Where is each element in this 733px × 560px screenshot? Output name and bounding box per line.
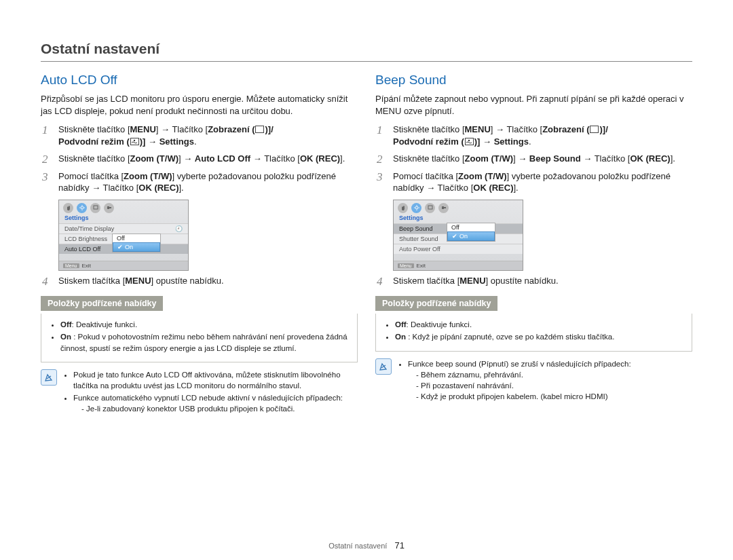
underwater-icon xyxy=(465,138,474,145)
left-steps-cont: Stiskem tlačítka [MENU] opustíte nabídku… xyxy=(41,275,358,287)
right-note-body: Funkce beep sound (Pípnutí) se zruší v n… xyxy=(398,358,631,403)
underwater-icon xyxy=(130,138,139,145)
page-number: 71 xyxy=(394,540,404,550)
left-sub-on: On : Pokud v pohotovostním režimu nebo b… xyxy=(60,331,349,353)
right-submenu: Položky podřízené nabídky Off: Deaktivuj… xyxy=(375,292,692,351)
svg-rect-4 xyxy=(109,207,111,208)
menu-button-icon: Menu xyxy=(63,263,79,268)
svg-point-1 xyxy=(81,206,83,209)
right-steps-cont: Stiskem tlačítka [MENU] opustíte nabídku… xyxy=(375,275,692,287)
menu-button-icon: Menu xyxy=(398,263,414,268)
shot-popup: Off ✔On xyxy=(447,223,495,242)
right-subbox: Off: Deaktivuje funkci. On : Když je píp… xyxy=(375,314,692,351)
left-note: Pokud je tato funkce Auto LCD Off aktivo… xyxy=(41,369,358,415)
shot-icon-row xyxy=(394,200,523,214)
shot-row-3: Auto Power Off xyxy=(394,244,523,254)
shot-row-1: Date/Time Display🕘 xyxy=(59,223,188,234)
right-sub-on: On : Když je pípání zapnuté, ozve se po … xyxy=(395,331,683,342)
svg-point-6 xyxy=(415,206,418,209)
shot-foot: MenuExit xyxy=(59,261,188,270)
svg-rect-3 xyxy=(107,206,109,209)
shot-opt-on: ✔On xyxy=(113,242,160,252)
left-intro: Přizpůsobí se jas LCD monitoru pro úspor… xyxy=(41,93,358,117)
gear-icon xyxy=(411,203,421,213)
right-steps: Stiskněte tlačítko [MENU] → Tlačítko [Zo… xyxy=(375,124,692,194)
svg-rect-2 xyxy=(94,206,98,209)
svg-point-0 xyxy=(134,139,135,141)
svg-rect-7 xyxy=(428,206,432,209)
shot-icon-row xyxy=(59,200,188,214)
right-note-1b: - Při pozastavení nahrávání. xyxy=(416,380,631,391)
display-icon xyxy=(425,203,435,213)
left-step-3: Pomocí tlačítka [Zoom (T/W)] vyberte pož… xyxy=(41,170,358,194)
content-columns: Auto LCD Off Přizpůsobí se jas LCD monit… xyxy=(41,73,692,415)
right-note-1c: - Když je produkt připojen kabelem. (kab… xyxy=(416,391,631,402)
left-note-1: Pokud je tato funkce Auto LCD Off aktivo… xyxy=(73,369,358,391)
shot-row-3-selected: Auto LCD Off Off ✔On xyxy=(59,244,188,254)
svg-rect-8 xyxy=(442,206,444,209)
connect-icon xyxy=(104,203,114,213)
shot-opt-on: ✔On xyxy=(447,231,495,241)
page-footer: Ostatní nastavení 71 xyxy=(0,540,733,550)
section-title-right: Beep Sound xyxy=(375,73,692,88)
shot-row-1-selected: Beep Sound Off ✔On xyxy=(394,223,523,234)
hand-icon xyxy=(63,203,73,213)
left-steps: Stiskněte tlačítko [MENU] → Tlačítko [Zo… xyxy=(41,124,358,194)
left-note-2: Funkce automatického vypnutí LCD nebude … xyxy=(73,392,358,414)
left-step-2: Stiskněte tlačítko [Zoom (T/W)] → Auto L… xyxy=(41,153,358,165)
right-intro: Pípání můžete zapnout nebo vypnout. Při … xyxy=(375,93,692,117)
right-subheader: Položky podřízené nabídky xyxy=(375,296,497,311)
left-subheader: Položky podřízené nabídky xyxy=(41,296,163,311)
page: Ostatní nastavení Auto LCD Off Přizpůsob… xyxy=(0,0,733,560)
left-step-1: Stiskněte tlačítko [MENU] → Tlačítko [Zo… xyxy=(41,124,358,147)
footer-label: Ostatní nastavení xyxy=(328,542,387,550)
right-sub-off: Off: Deaktivuje funkci. xyxy=(395,319,683,330)
right-note-1a: - Během záznamu, přehrávání. xyxy=(416,369,631,380)
svg-point-5 xyxy=(468,139,470,141)
left-screenshot: Settings Date/Time Display🕘 LCD Brightne… xyxy=(58,200,358,271)
info-icon xyxy=(41,369,57,386)
right-column: Beep Sound Pípání můžete zapnout nebo vy… xyxy=(375,73,692,415)
left-subbox: Off: Deaktivuje funkci. On : Pokud v poh… xyxy=(41,314,358,362)
shot-settings-label: Settings xyxy=(59,214,188,223)
left-sub-off: Off: Deaktivuje funkci. xyxy=(60,319,349,330)
shot-opt-off: Off xyxy=(447,223,495,231)
left-submenu: Položky podřízené nabídky Off: Deaktivuj… xyxy=(41,292,358,362)
shot-foot: MenuExit xyxy=(394,261,523,270)
check-icon: ✔ xyxy=(452,233,457,240)
right-step-3: Pomocí tlačítka [Zoom (T/W)] vyberte pož… xyxy=(375,170,692,194)
right-step-4: Stiskem tlačítka [MENU] opustíte nabídku… xyxy=(375,275,692,287)
shot-opt-off: Off xyxy=(113,234,160,242)
right-note: Funkce beep sound (Pípnutí) se zruší v n… xyxy=(375,358,692,403)
right-screenshot: Settings Beep Sound Off ✔On Shutter Soun… xyxy=(393,200,692,271)
hand-icon xyxy=(398,203,408,213)
svg-rect-9 xyxy=(444,207,446,208)
display-icon xyxy=(90,203,100,213)
chapter-title: Ostatní nastavení xyxy=(41,41,692,62)
shot-popup: Off ✔On xyxy=(112,234,161,253)
left-step-4: Stiskem tlačítka [MENU] opustíte nabídku… xyxy=(41,275,358,287)
section-title-left: Auto LCD Off xyxy=(41,73,358,88)
info-icon xyxy=(375,358,392,375)
display-icon xyxy=(590,126,599,133)
display-icon xyxy=(255,126,264,133)
right-step-2: Stiskněte tlačítko [Zoom (T/W)] → Beep S… xyxy=(375,153,692,165)
check-icon: ✔ xyxy=(117,244,123,250)
right-step-1: Stiskněte tlačítko [MENU] → Tlačítko [Zo… xyxy=(375,124,692,147)
left-note-body: Pokud je tato funkce Auto LCD Off aktivo… xyxy=(64,369,358,415)
menu-screenshot: Settings Beep Sound Off ✔On Shutter Soun… xyxy=(393,200,523,271)
menu-screenshot: Settings Date/Time Display🕘 LCD Brightne… xyxy=(58,200,189,271)
gear-icon xyxy=(77,203,87,213)
left-column: Auto LCD Off Přizpůsobí se jas LCD monit… xyxy=(41,73,358,415)
clock-icon: 🕘 xyxy=(175,225,183,232)
left-note-2a: - Je-li zabudovaný konektor USB produktu… xyxy=(81,403,358,414)
right-note-1: Funkce beep sound (Pípnutí) se zruší v n… xyxy=(408,358,631,402)
connect-icon xyxy=(438,203,449,213)
